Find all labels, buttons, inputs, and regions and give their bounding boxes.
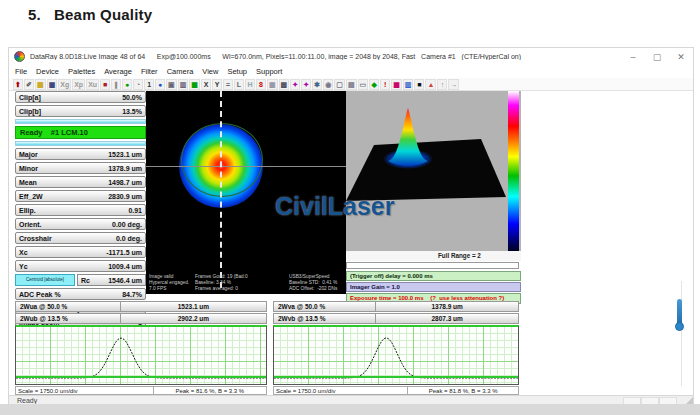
beam-3d-view[interactable] xyxy=(346,91,521,251)
layout-icon[interactable]: ▢ xyxy=(334,79,345,90)
profile-width-value: 2807.3 um xyxy=(376,313,519,324)
equal-button[interactable]: = xyxy=(223,79,233,90)
start-icon[interactable]: ● xyxy=(122,79,132,90)
capture-icon[interactable]: ⬆ xyxy=(13,79,23,90)
alert-icon[interactable]: ! xyxy=(380,79,390,90)
power-meter-bar xyxy=(346,262,519,269)
camera-status-line: Frames averaged: 0 xyxy=(195,286,248,292)
printer-icon[interactable]: ▣ xyxy=(166,79,177,90)
nav-right-icon[interactable]: ✦ xyxy=(301,79,311,90)
x-axis-button[interactable]: X xyxy=(201,79,211,90)
xg-button[interactable]: Xg xyxy=(58,79,71,90)
single-frame-button[interactable]: 1 xyxy=(144,79,154,90)
rc-value: 1546.4 um xyxy=(108,277,142,284)
clip-row-button[interactable]: Clip[b] 13.5% xyxy=(15,105,146,117)
profile-header-row[interactable]: 2Wvb @ 13.5 % 2807.3 um xyxy=(273,313,519,324)
u-profile-chart[interactable] xyxy=(15,325,267,385)
profile-header-row[interactable]: 2Wva @ 50.0 % 1378.9 um xyxy=(273,301,519,312)
pause-icon[interactable]: ∥ xyxy=(111,79,121,90)
menu-item[interactable]: Average xyxy=(104,67,132,76)
xp-button[interactable]: Xp xyxy=(72,79,85,90)
measurement-row-button[interactable]: Major 1523.1 um xyxy=(15,148,146,160)
menu-item[interactable]: Support xyxy=(256,67,282,76)
measurement-row-button[interactable]: Eff_2W 2830.9 um xyxy=(15,190,146,202)
menu-item[interactable]: File xyxy=(15,67,27,76)
measurement-row-button[interactable]: Minor 1378.9 um xyxy=(15,162,146,174)
v-profile-chart[interactable] xyxy=(273,325,519,385)
nav-left-icon[interactable]: ✦ xyxy=(290,79,300,90)
trigger-delay-bar[interactable]: (Trigger off) delay = 0.000 ms xyxy=(346,271,521,281)
blue-marker-icon[interactable]: ● xyxy=(155,79,165,90)
menu-item[interactable]: Device xyxy=(36,67,59,76)
snapshot-icon[interactable]: ◉ xyxy=(323,79,333,90)
menu-item[interactable]: Palettes xyxy=(68,67,95,76)
export-icon[interactable]: ▤ xyxy=(346,79,357,90)
measurement-row-button[interactable]: ADC Peak % 84.7% xyxy=(15,288,146,300)
menu-item[interactable]: Camera xyxy=(167,67,194,76)
maximize-button[interactable]: ▢ xyxy=(645,52,669,62)
camera-status-line: ADC Offset: -202 DNs xyxy=(289,286,337,292)
v-profile-curve xyxy=(274,327,518,384)
y-axis-button[interactable]: Y xyxy=(212,79,222,90)
minimize-button[interactable]: – xyxy=(621,52,645,62)
measure-rows: Major 1523.1 um Minor 1378.9 um Mean 149… xyxy=(15,148,146,272)
histogram-icon[interactable]: 8 xyxy=(256,79,266,90)
grid-icon[interactable]: ▦ xyxy=(267,79,278,90)
measurement-row-button[interactable]: Orient. 0.00 deg. xyxy=(15,218,146,230)
rc-row-button[interactable]: Rc 1546.4 um xyxy=(77,274,146,286)
window-tile-icon[interactable]: ▭ xyxy=(358,79,369,90)
profiles-icon[interactable]: ▥ xyxy=(403,79,414,90)
scheduler-icon[interactable]: ◔ xyxy=(133,79,143,90)
rc-label: Rc xyxy=(81,277,90,284)
save-icon[interactable]: ▦ xyxy=(47,79,58,90)
clip-row-button[interactable]: Clip[a] 50.0% xyxy=(15,91,146,103)
image-map-icon[interactable]: ▩ xyxy=(279,79,290,90)
centroid-mode-button[interactable]: Centroid [absolute] xyxy=(15,274,75,286)
profile-header-row[interactable]: 2Wub @ 13.5 % 2902.2 um xyxy=(15,313,267,324)
measurement-value: 0.0 deg. xyxy=(116,235,142,242)
measurement-value: 0.00 deg. xyxy=(112,221,142,228)
menu-item[interactable]: View xyxy=(202,67,218,76)
measurement-row-button[interactable]: Crosshair 0.0 deg. xyxy=(15,232,146,244)
clip-label: Clip[a] xyxy=(19,94,41,101)
divider xyxy=(15,141,146,146)
l-button[interactable]: L xyxy=(234,79,244,90)
close-button[interactable]: ✕ xyxy=(669,52,693,62)
copy-page-icon[interactable]: ▥ xyxy=(178,79,189,90)
measurement-row-button[interactable]: Xc -1171.5 um xyxy=(15,246,146,258)
menu-item[interactable]: Setup xyxy=(227,67,247,76)
scrollbar-track[interactable] xyxy=(681,281,682,386)
profile-header-row[interactable]: 2Wua @ 50.0 % 1523.1 um xyxy=(15,301,267,312)
page-title: 5. Beam Quality xyxy=(28,6,152,23)
stop-icon[interactable]: ■ xyxy=(100,79,110,90)
menu-item[interactable]: Filter xyxy=(141,67,158,76)
xu-button[interactable]: Xu xyxy=(86,79,99,90)
trend-icon[interactable]: ▲ xyxy=(425,79,436,90)
measurement-row-button[interactable]: Ellip. 0.91 xyxy=(15,204,146,216)
measurement-label: Eff_2W xyxy=(19,193,43,200)
power-row: Relative Power: 0.00 Full Range = 2 xyxy=(346,251,521,261)
measurement-row-button[interactable]: Mean 1498.7 um xyxy=(15,176,146,188)
minor-right-icon[interactable]: → xyxy=(448,79,459,90)
palette-icon[interactable]: ▦ xyxy=(189,79,200,90)
imager-gain-bar[interactable]: Imager Gain = 1.0 xyxy=(346,282,521,292)
dark-display-icon[interactable]: ■ xyxy=(414,79,424,90)
measurement-value: 84.7% xyxy=(122,291,142,298)
measurement-row-button[interactable]: Yc 1009.4 um xyxy=(15,260,146,272)
scrollbar-knob[interactable] xyxy=(675,322,684,331)
tools-icon[interactable]: ✱ xyxy=(312,79,322,90)
measurement-value: 1378.9 um xyxy=(108,165,142,172)
profile-width-label: 2Wva @ 50.0 % xyxy=(273,301,376,312)
h-button[interactable]: H xyxy=(245,79,255,90)
clip-label: Clip[b] xyxy=(19,108,41,115)
divider xyxy=(15,119,146,124)
minor-up-icon[interactable]: ↑ xyxy=(437,79,447,90)
palette2-icon[interactable]: ▦ xyxy=(391,79,402,90)
go-diamond-icon[interactable]: ◆ xyxy=(369,79,379,90)
measurement-label: ADC Peak % xyxy=(19,291,61,298)
u-profile-curve xyxy=(16,327,266,384)
measurement-value: -1171.5 um xyxy=(106,249,142,256)
beam-3d-plot xyxy=(346,91,506,251)
pencil-icon[interactable]: ✐ xyxy=(24,79,34,90)
open-folder-icon[interactable]: ▤ xyxy=(35,79,46,90)
